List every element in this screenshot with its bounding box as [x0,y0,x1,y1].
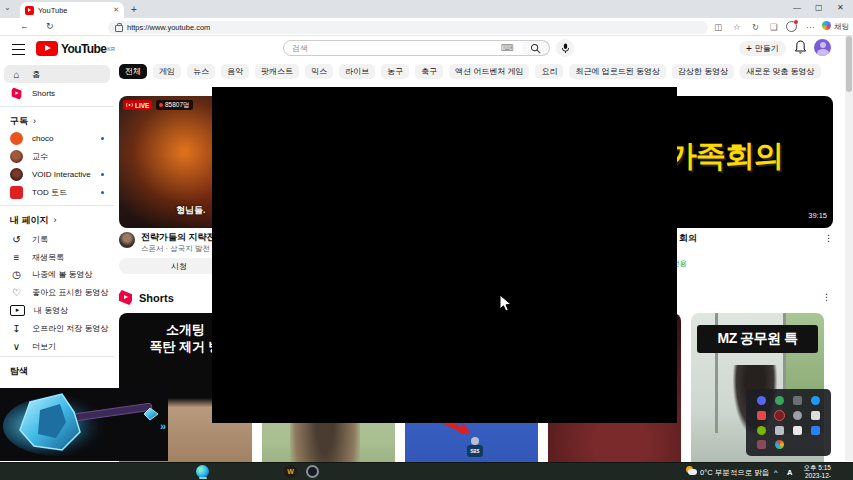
lock-icon[interactable] [115,25,123,32]
chip-live[interactable]: 라이브 [339,64,375,79]
create-button[interactable]: + 만들기 [739,41,786,56]
refresh-icon[interactable]: ↻ [46,21,54,31]
tray-icon[interactable] [757,396,766,405]
tray-icon[interactable] [775,396,784,405]
sidebar-item-history[interactable]: ↺ 기록 [0,230,112,248]
browser-profile-icon[interactable] [786,21,797,32]
sidebar-channel-tod[interactable]: TOD 토드 [0,183,112,201]
page-scrollbar-track[interactable] [845,36,853,461]
voice-search-button[interactable] [556,39,574,57]
chip-news[interactable]: 뉴스 [187,64,215,79]
tray-overflow-popup[interactable] [746,389,831,456]
sidebar-item-show-more[interactable]: ∨ 더보기 [0,337,112,355]
tray-icon[interactable] [793,426,802,435]
chip-music[interactable]: 음악 [221,64,249,79]
sidebar-item-shorts[interactable]: Shorts [0,84,112,102]
sidebar-my-page-header[interactable]: 내 페이지 › [0,211,112,229]
address-bar[interactable]: https://www.youtube.com [108,21,708,34]
sidebar-item-watch-later[interactable]: ◷ 나중에 볼 동영상 [0,265,112,283]
chip-recently-uploaded[interactable]: 최근에 업로드된 동영상 [569,64,665,79]
search-button[interactable] [522,40,550,56]
chip-all[interactable]: 전체 [119,64,147,79]
circular-app-icon[interactable] [306,465,319,478]
tray-icon[interactable] [775,440,784,449]
channel-name: 교수 [32,151,48,162]
explore-header-label: 탐색 [10,365,28,378]
back-icon[interactable]: ← [20,21,29,31]
sidebar-item-home[interactable]: ⌂ 홈 [4,65,110,83]
chip-action-adventure[interactable]: 액션 어드벤처 게임 [449,64,529,79]
chip-watched[interactable]: 감상한 동영상 [672,64,734,79]
copilot-label[interactable]: 채팅 [834,22,849,32]
chip-soccer[interactable]: 축구 [415,64,443,79]
taskbar-weather-text[interactable]: 0°C 부분적으로 맑음 [700,468,769,478]
ime-indicator[interactable]: A [787,468,792,477]
video-menu-icon[interactable]: ⋮ [824,233,833,243]
tray-icon[interactable] [775,426,784,435]
new-content-dot [101,191,104,194]
window-close-button[interactable]: ✕ [837,3,844,12]
tray-icon[interactable] [757,440,766,449]
collections-icon[interactable]: ❏ [770,22,778,32]
favorites-star-icon[interactable]: ☆ [733,22,741,32]
tray-icon[interactable] [811,426,820,435]
tray-icon[interactable] [757,411,766,420]
tab-search-chevron-icon[interactable]: ⌄ [4,3,11,12]
sidebar-subscriptions-header[interactable]: 구독 › [0,112,112,130]
chevron-right-icon: › [54,215,57,225]
search-input[interactable]: 검색 ⌨ [283,40,523,56]
keyboard-icon[interactable]: ⌨ [501,43,514,53]
expand-arrows-icon[interactable]: » [160,420,166,432]
browser-tab-strip [0,0,853,18]
tray-icon[interactable] [793,411,802,420]
video-byline[interactable]: 스폰서 · 삼국지 발전 [141,244,210,254]
sidebar-item-my-videos[interactable]: ▸ 내 동영상 [0,301,112,319]
shorts-icon [119,290,132,305]
new-tab-button[interactable]: + [131,4,137,15]
tray-icon[interactable] [793,396,802,405]
youtube-logo[interactable]: YouTube KR [36,41,115,56]
youtube-country-code: KR [107,46,115,52]
tab-close-icon[interactable]: ✕ [113,6,119,14]
chip-basketball[interactable]: 농구 [381,64,409,79]
chip-mixes[interactable]: 믹스 [305,64,333,79]
browser-tab-youtube[interactable]: YouTube ✕ [20,2,124,18]
shorts-menu-icon[interactable]: ⋮ [822,292,831,302]
taskbar-clock[interactable]: 오후 5:15 2023-12-31 [799,464,831,480]
channel-avatar [10,150,23,163]
sidebar-shorts-label: Shorts [32,89,55,98]
chip-cooking[interactable]: 요리 [535,64,563,79]
sidebar-item-downloads[interactable]: ↧ 오프라인 저장 동영상 [0,319,112,337]
chip-new-to-you[interactable]: 새로운 맞춤 동영상 [740,64,820,79]
channel-avatar[interactable] [119,232,135,248]
chip-podcasts[interactable]: 팟캐스트 [255,64,299,79]
game-item-preview-overlay[interactable]: » [0,388,168,461]
black-video-overlay[interactable] [212,87,677,423]
tray-icon[interactable] [811,411,820,420]
copilot-icon[interactable] [822,21,831,30]
guide-menu-icon[interactable] [12,44,25,55]
window-minimize-button[interactable]: — [793,3,801,12]
video-title-fragment[interactable]: 회의 [679,232,697,245]
history-icon[interactable]: ↻ [752,22,759,32]
tray-icon[interactable] [811,396,820,405]
sidebar-channel-void-interactive[interactable]: VOID Interactive [0,165,112,183]
window-maximize-button[interactable]: ▢ [815,3,823,12]
tray-icon[interactable] [757,426,766,435]
tray-icon[interactable] [774,410,785,421]
weather-icon[interactable] [686,466,697,476]
tray-chevron-icon[interactable]: ^ [774,468,778,477]
page-scrollbar-thumb[interactable] [846,36,852,92]
more-menu-icon[interactable]: ⋯ [806,22,815,32]
sidebar-channel-choco[interactable]: choco [0,129,112,147]
split-screen-icon[interactable]: ◫ [714,22,722,32]
notifications-bell-icon[interactable] [794,40,807,55]
game-w-icon[interactable]: W [284,465,297,478]
sidebar-channel-gyosu[interactable]: 교수 [0,147,112,165]
account-avatar[interactable] [814,39,831,56]
sidebar-item-liked-videos[interactable]: ♡ 좋아요 표시한 동영상 [0,283,112,301]
sidebar-item-playlists[interactable]: ≡ 재생목록 [0,248,112,266]
chip-gaming[interactable]: 게임 [153,64,181,79]
sidebar-home-label: 홈 [32,69,40,80]
live-badge: LIVE [123,100,152,110]
